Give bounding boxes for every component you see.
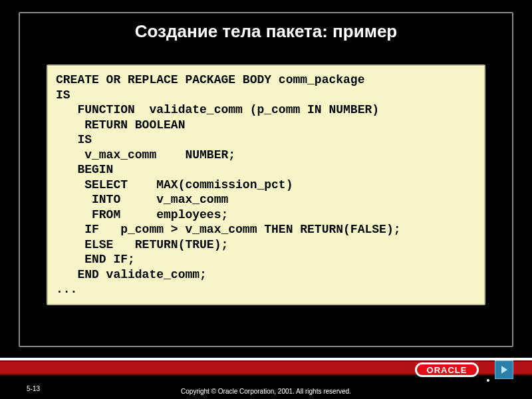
chevron-right-icon [499,364,509,375]
slide-frame: Создание тела пакета: пример CREATE OR R… [19,12,513,347]
code-block: CREATE OR REPLACE PACKAGE BODY comm_pack… [47,65,485,305]
copyright-text: Copyright © Oracle Corporation, 2001. Al… [0,388,532,395]
oracle-logo-text: ORACLE [427,365,467,375]
footer: 5-13 Copyright © Oracle Corporation, 200… [0,351,532,399]
oracle-logo-dot [487,379,489,382]
svg-marker-0 [501,366,507,374]
slide-title: Создание тела пакета: пример [20,21,512,42]
next-slide-button[interactable] [495,360,513,379]
oracle-logo: ORACLE [415,362,479,377]
